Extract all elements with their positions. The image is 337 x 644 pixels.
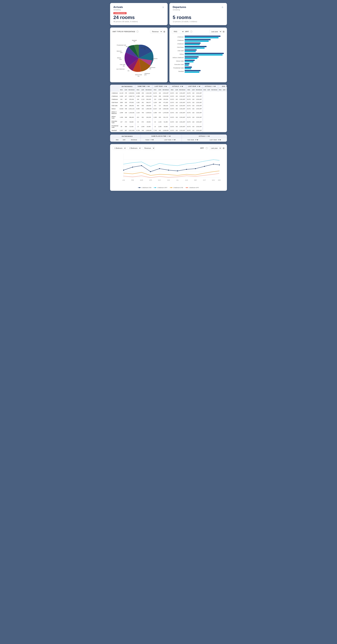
svg-point-27 [123,170,124,170]
table-cell: 1,349 [119,115,124,120]
table-cell: 15,571 [170,124,175,129]
bar-chart-filter-icon[interactable]: ⊞ [223,30,224,33]
table-cell: 6,409 [119,95,124,98]
svg-point-54 [155,187,156,188]
t2-th-today-rev: REVENUE [127,138,141,142]
table-cell: 2,531,697 [195,95,203,98]
line-chart-bedroom1-select[interactable]: 1 Bedroom 2 Bedroom [113,146,126,150]
table-cell: 210 [152,98,158,101]
table-cell: 162 [175,124,179,129]
table-cell: 2,531,697 [179,95,186,98]
departures-subtitle: remaining [173,9,186,10]
table-row: Deluxe 2 Bedroom2,0991661,192,2811,31378… [110,110,227,115]
t2-actuals-select[interactable]: ▼ [206,136,210,137]
th-st-adr: ADR [141,88,145,92]
svg-point-35 [195,168,196,169]
th-act2-adr: ADR [207,88,211,92]
bar-dark-execsuite [185,63,189,64]
table-cell: 162 [175,104,179,107]
bar-light-deluxe2bed [185,58,197,59]
pie-chart-filter-select[interactable]: Revenue RNS [150,30,163,33]
t2-today-select[interactable]: ▼ [150,139,154,141]
table-cell: 2,531,697 [195,92,203,95]
bar-dark-clubsuite [185,50,197,50]
legend-2bed-otb: 2 Bedroom OTB [170,187,183,188]
table-cell: 407 [124,98,128,101]
th-act2-rns: RNS [203,88,207,92]
t2-lastyear-select[interactable]: ▼ [172,139,176,141]
bar-light-3bedroom [185,44,200,45]
table-cell: 162 [191,98,195,101]
arrivals-title[interactable]: Arrivals [113,6,123,9]
arrivals-rooms-count: 24 rooms [113,15,164,20]
table-cell: Deluxe 2 Bedroom [110,110,119,115]
table-cell: 1,095 [152,115,158,120]
t2-th-same-place: SAME PLACE IN TIME ▼ [141,134,182,138]
table-cell: 471,928 [162,101,170,104]
last-year-select-1[interactable]: ▼ [163,86,167,87]
svg-point-58 [186,187,187,188]
table-cell: 813 [135,115,141,120]
table-cell: 2,631,142 [128,107,135,110]
table-cell: 162 [175,98,179,101]
table-cell: 1 Bedroom [110,92,119,95]
table-cell: 2,531,697 [195,107,203,110]
same-time-select[interactable]: ▼ [146,86,150,87]
table-cell: 1,110 [141,98,145,101]
line-chart-metric-select[interactable]: Revenue RNS ADR [142,146,155,150]
bar-dark-1bedroom [185,36,220,37]
bar-group-presidentialsuite [185,66,224,69]
arrivals-card: Arrivals remaining ✈ OVERBOOKING 24 room… [110,3,168,25]
actuals-select-1[interactable]: ▼ [179,86,183,87]
table-cell: 162 [175,129,179,132]
bar-chart-help-icon[interactable]: ? [190,30,192,32]
bar-row-2bedroom: 2 Bedroom [172,39,224,42]
line-chart-legend: 1 Bedroom OTB 1 Bedroom SPIT 2 Bedroom O… [113,187,224,188]
t2-th-actuals: ACTUALS ▼ [182,134,227,138]
table-cell: 384,077 [145,101,152,104]
line-chart-bedroom2-select[interactable]: 2 Bedroom 1 Bedroom [127,146,141,150]
line-chart-svg-container: JAN FEB MAR APR MAY JUN JUL AUG SEP OCT … [113,152,224,186]
table-cell: 2,531,697 [195,110,203,115]
svg-text:MAY: MAY [158,180,161,181]
bar-light-presidentialsuite [185,68,191,69]
bar-chart-header: RNS ADR Revenue SPIT ? Last year This ye… [172,30,224,33]
table-cell: 162 [175,115,179,120]
departures-header: Departures remaining ✈ [173,6,224,10]
svg-text:JUN: JUN [167,180,170,181]
bar-group-standard [185,70,224,73]
t2-same-place-select[interactable]: ▼ [167,136,171,137]
bar-label-execsuite: Executive Suite [172,64,184,65]
bar-light-clubsuite [185,51,196,52]
table-cell: 29,653 [145,120,152,124]
line-chart-help-icon[interactable]: ? [206,147,208,149]
table-cell: 301 [141,115,145,120]
table-cell: 200 [141,92,145,95]
pie-chart-help-icon[interactable]: ? [136,30,139,32]
table-cell: Club Room [110,101,119,104]
overbooking-badge: OVERBOOKING [113,12,127,14]
table-cell: 2,531,697 [179,101,186,104]
bar-chart-year-select[interactable]: Last year This year [209,30,222,33]
bar-chart-type-select[interactable]: RNS ADR Revenue [172,30,184,33]
table-cell: 230,318 [162,98,170,101]
select-2019[interactable]: ▼ [226,86,227,87]
svg-text:Club Room: Club Room [149,67,155,68]
svg-text:6%: 6% [123,66,125,67]
line-chart-year-select[interactable]: Last year This year [209,146,221,150]
actuals-select-2[interactable]: ▼ [212,86,216,87]
pie-chart-container: Executive Suite 6% 3 Bedroom 11% Club Ro… [113,35,165,80]
departures-title[interactable]: Departures [173,6,186,9]
table-cell: 15,571 [170,115,175,120]
table-cell: 887 [124,129,128,132]
last-year-select-2[interactable]: ▼ [196,86,201,87]
t2-actuals-ly-select[interactable]: ▼ [217,139,221,141]
pie-chart-filter-icon[interactable]: ⊞ [163,30,165,33]
bar-group-clubroom [185,46,224,49]
line-chart-filter-icon[interactable]: ⊞ [223,147,224,149]
t2-thisyear-select[interactable]: ▼ [194,139,199,141]
table-cell: 2,531,697 [195,115,203,120]
table-row: Club Room2080935375,5021,362281384,0771,… [110,101,227,104]
table-row: Standard5,4578872,821,8365,7393492,008,0… [110,129,227,132]
pie-chart-card: UNIT TYPE BY PERCENTAGE ? Revenue RNS ⊞ [110,28,168,82]
